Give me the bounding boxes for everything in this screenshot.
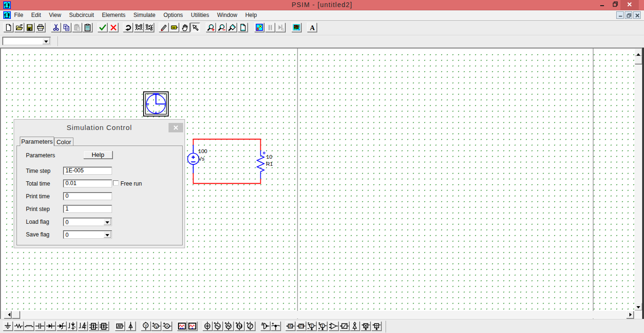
- step-simulation-button[interactable]: 1: [275, 23, 285, 32]
- enable-button[interactable]: [134, 23, 144, 32]
- ground-button[interactable]: [3, 321, 13, 331]
- load-flag-combo[interactable]: 0: [63, 218, 112, 226]
- close-button[interactable]: [620, 0, 639, 10]
- limiter-button[interactable]: [339, 321, 349, 331]
- summer-plus-plus-button[interactable]: Σ: [317, 321, 327, 331]
- dc-source-button[interactable]: [202, 321, 212, 331]
- disable-button[interactable]: [144, 23, 154, 32]
- simulation-control-element[interactable]: [143, 91, 169, 117]
- thyristor-module-button[interactable]: [99, 321, 109, 331]
- pan-button[interactable]: [180, 23, 190, 32]
- voltage-sensor-button[interactable]: [271, 321, 281, 331]
- draw-wire-button[interactable]: [159, 23, 169, 32]
- help-button[interactable]: Help: [83, 151, 113, 159]
- new-button[interactable]: [3, 23, 13, 32]
- tab-parameters[interactable]: Parameters: [20, 137, 54, 146]
- view-netlist-button[interactable]: [82, 23, 92, 32]
- gating-block-button[interactable]: [115, 321, 125, 331]
- print-button[interactable]: [35, 23, 45, 32]
- mdi-close-button[interactable]: [633, 11, 641, 19]
- cancel-button[interactable]: [108, 23, 118, 32]
- gain-block-button[interactable]: K: [285, 321, 295, 331]
- menu-utilities[interactable]: Utilities: [187, 10, 213, 20]
- scope-1ch-button[interactable]: [187, 321, 197, 331]
- menu-window[interactable]: Window: [213, 10, 242, 20]
- inductor-button[interactable]: [24, 321, 34, 331]
- total-time-input[interactable]: 0.01: [63, 179, 112, 187]
- menu-help[interactable]: Help: [241, 10, 261, 20]
- pi-controller-button[interactable]: PI: [296, 321, 306, 331]
- horizontal-scroll-thumb[interactable]: [12, 311, 20, 318]
- vertical-scrollbar[interactable]: [635, 49, 642, 310]
- load-flag-dropdown-button[interactable]: [104, 219, 111, 225]
- save-flag-dropdown-button[interactable]: [104, 231, 111, 238]
- tab-color[interactable]: Color: [54, 138, 73, 146]
- dialog-close-button[interactable]: [169, 123, 183, 132]
- save-flag-combo[interactable]: 0: [63, 230, 112, 239]
- menu-simulate[interactable]: Simulate: [129, 10, 160, 20]
- vertical-scroll-thumb[interactable]: [635, 56, 642, 64]
- paste-button[interactable]: [72, 23, 82, 32]
- place-label-button[interactable]: [169, 23, 179, 32]
- resistor-button[interactable]: [14, 321, 24, 331]
- zoom-in-button[interactable]: [206, 23, 216, 32]
- pause-simulation-button[interactable]: [265, 23, 275, 32]
- free-run-checkbox[interactable]: [113, 180, 119, 186]
- horizontal-scrollbar[interactable]: [1, 311, 635, 318]
- scroll-down-button[interactable]: [635, 303, 642, 310]
- capacitor-button[interactable]: [35, 321, 45, 331]
- menu-subcircuit[interactable]: Subcircuit: [65, 10, 98, 20]
- open-button[interactable]: [14, 23, 24, 32]
- current-flag-button[interactable]: [126, 321, 136, 331]
- maximize-button[interactable]: [610, 0, 620, 10]
- comparator-button[interactable]: [329, 321, 338, 331]
- diode-module-button[interactable]: [89, 321, 98, 331]
- scroll-left-button[interactable]: [4, 311, 11, 318]
- divider-button[interactable]: [371, 321, 381, 331]
- summer-plus-minus-button[interactable]: Σ: [306, 321, 316, 331]
- zoom-area-button[interactable]: [227, 23, 237, 32]
- select-button[interactable]: [190, 23, 200, 32]
- thyristor-button[interactable]: [67, 321, 77, 331]
- multiplier-button[interactable]: [361, 321, 370, 331]
- on-off-controller-button[interactable]: [260, 321, 270, 331]
- runtime-graph-button[interactable]: [291, 23, 301, 32]
- zoom-out-button[interactable]: [217, 23, 226, 32]
- zener-diode-button[interactable]: [56, 321, 66, 331]
- resistor-element[interactable]: [257, 150, 265, 179]
- ac-source-button[interactable]: [213, 321, 223, 331]
- step-source-button[interactable]: [245, 321, 255, 331]
- voltage-probe-button[interactable]: V: [141, 321, 151, 331]
- ammeter-button[interactable]: A: [162, 321, 172, 331]
- combo-dropdown-button[interactable]: [42, 38, 50, 44]
- print-time-input[interactable]: 0: [63, 192, 112, 200]
- menu-file[interactable]: File: [10, 10, 27, 20]
- mdi-restore-button[interactable]: [625, 11, 632, 19]
- time-step-input[interactable]: 1E-005: [63, 167, 112, 175]
- on-off-sensor-button[interactable]: [350, 321, 360, 331]
- run-simulation-button[interactable]: [254, 23, 264, 32]
- save-button[interactable]: [24, 23, 34, 32]
- scroll-up-button[interactable]: [635, 49, 642, 56]
- scope-2ch-button[interactable]: [177, 321, 187, 331]
- triangular-source-button[interactable]: [224, 321, 233, 331]
- menu-options[interactable]: Options: [160, 10, 187, 20]
- voltmeter-button[interactable]: V: [151, 321, 161, 331]
- subcircuit-combo[interactable]: [2, 37, 51, 45]
- menu-elements[interactable]: Elements: [98, 10, 129, 20]
- print-step-input[interactable]: 1: [63, 205, 112, 213]
- menu-edit[interactable]: Edit: [27, 10, 45, 20]
- mosfet-button[interactable]: [78, 321, 88, 331]
- menu-view[interactable]: View: [45, 10, 65, 20]
- minimize-button[interactable]: [594, 0, 610, 10]
- diode-button[interactable]: [46, 321, 56, 331]
- text-button[interactable]: A: [307, 23, 317, 32]
- undo-button[interactable]: [123, 23, 133, 32]
- square-source-button[interactable]: [234, 321, 244, 331]
- voltage-source[interactable]: [188, 145, 199, 173]
- circuit-schematic[interactable]: 100 Vs 10 R1: [186, 134, 280, 188]
- copy-button[interactable]: [61, 23, 71, 32]
- fit-to-page-button[interactable]: [238, 23, 248, 32]
- mdi-minimize-button[interactable]: [616, 11, 624, 19]
- check-button[interactable]: [97, 23, 107, 32]
